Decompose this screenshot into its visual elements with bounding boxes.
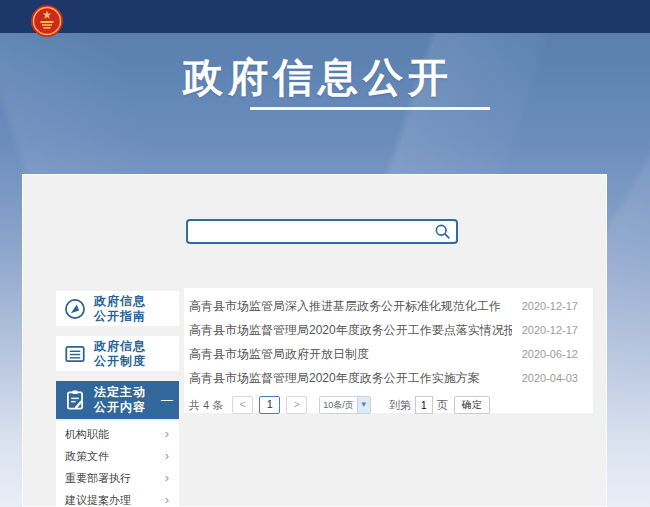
page-jump: 到第 页 (389, 396, 448, 414)
article-link[interactable]: 高青县市场监督管理局2020年度政务公开工作实施方案 (189, 370, 480, 387)
clipboard-pen-icon (63, 388, 87, 412)
dropdown-arrow-icon: ▼ (357, 397, 370, 413)
chevron-right-icon: › (165, 423, 169, 445)
sidebar-item-label: 政府信息 公开制度 (94, 339, 146, 369)
compass-icon (63, 297, 87, 321)
article-link[interactable]: 高青县市场监管局政府开放日制度 (189, 346, 369, 363)
sidebar-item-guide[interactable]: 政府信息 公开指南 (56, 291, 179, 326)
prev-page-button[interactable]: < (232, 396, 253, 414)
submenu-item-org-functions[interactable]: 机构职能 › (56, 423, 179, 445)
national-emblem-icon (30, 4, 64, 38)
sidebar-item-label: 法定主动 公开内容 (94, 385, 146, 415)
sidebar-submenu: 机构职能 › 政策文件 › 重要部署执行 › 建议提案办理 › (56, 421, 179, 507)
page-number-button[interactable]: 1 (259, 396, 280, 414)
total-count: 共 4 条 (189, 398, 223, 413)
article-date: 2020-12-17 (512, 324, 578, 336)
search-box (186, 219, 458, 244)
title-underline (250, 107, 490, 110)
page-title: 政府信息公开 (0, 50, 650, 105)
sidebar-item-proactive-disclosure[interactable]: 法定主动 公开内容 — (56, 381, 179, 419)
confirm-button[interactable]: 确定 (454, 396, 490, 414)
article-date: 2020-12-17 (512, 300, 578, 312)
submenu-item-key-deployments[interactable]: 重要部署执行 › (56, 467, 179, 489)
article-date: 2020-04-03 (512, 372, 578, 384)
top-bar (0, 0, 650, 33)
chevron-right-icon: › (165, 467, 169, 489)
page-size-select[interactable]: 10条/页 ▼ (319, 396, 371, 414)
document-icon (63, 342, 87, 366)
next-page-button[interactable]: > (286, 396, 307, 414)
sidebar: 政府信息 公开指南 政府信息 公开制度 (56, 291, 179, 429)
search-input[interactable] (192, 222, 426, 242)
jump-prefix-label: 到第 (389, 398, 411, 413)
article-date: 2020-06-12 (512, 348, 578, 360)
content-card: 政府信息 公开指南 政府信息 公开制度 (22, 174, 607, 507)
list-item: 高青县市场监管局政府开放日制度 2020-06-12 (189, 342, 578, 366)
sidebar-item-label: 政府信息 公开指南 (94, 294, 146, 324)
search-icon[interactable] (434, 223, 451, 240)
collapse-minus-icon[interactable]: — (161, 393, 173, 407)
submenu-item-proposals[interactable]: 建议提案办理 › (56, 489, 179, 507)
chevron-right-icon: › (165, 445, 169, 467)
article-link[interactable]: 高青县市场监管局深入推进基层政务公开标准化规范化工作 (189, 298, 501, 315)
submenu-item-policy-documents[interactable]: 政策文件 › (56, 445, 179, 467)
pagination: 共 4 条 < 1 > 10条/页 ▼ 到第 页 确定 (189, 396, 578, 414)
article-link[interactable]: 高青县市场监督管理局2020年度政务公开工作要点落实情况报告 (189, 322, 512, 339)
list-item: 高青县市场监督管理局2020年度政务公开工作要点落实情况报告 2020-12-1… (189, 318, 578, 342)
list-item: 高青县市场监管局深入推进基层政务公开标准化规范化工作 2020-12-17 (189, 294, 578, 318)
article-list-panel: 高青县市场监管局深入推进基层政务公开标准化规范化工作 2020-12-17 高青… (184, 288, 593, 413)
chevron-right-icon: › (165, 489, 169, 507)
page-jump-input[interactable] (415, 396, 433, 414)
page: 高青县市场监督管理局 政府信息公开 政府信息 公开指南 (0, 0, 650, 507)
jump-suffix-label: 页 (437, 398, 448, 413)
list-item: 高青县市场监督管理局2020年度政务公开工作实施方案 2020-04-03 (189, 366, 578, 390)
sidebar-item-rules[interactable]: 政府信息 公开制度 (56, 336, 179, 371)
